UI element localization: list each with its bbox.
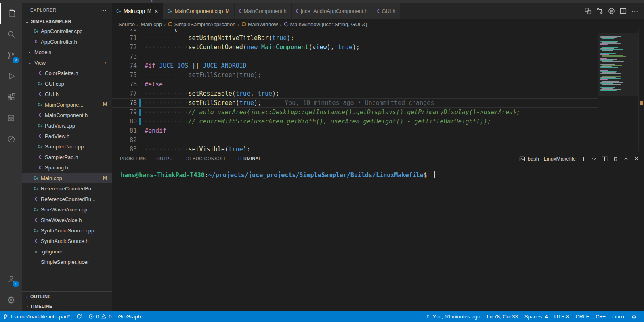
breadcrumb-item[interactable]: SimpleSamplerApplication: [168, 21, 236, 27]
explorer-item-main-cpp[interactable]: C+Main.cppM: [22, 173, 112, 183]
explorer-more-actions-icon[interactable]: ···: [100, 7, 107, 13]
explorer-item-maincomponent-h[interactable]: CMainComponent.h: [22, 110, 112, 120]
code-lines[interactable]: 70········{71············setUsingNativeT…: [112, 29, 598, 151]
encoding-indicator[interactable]: UTF-8: [551, 311, 573, 322]
code-line-83[interactable]: 83············setVisible(true);: [112, 145, 598, 151]
open-changes-icon[interactable]: [585, 8, 592, 15]
outline-section[interactable]: › OUTLINE: [22, 291, 112, 301]
search-icon[interactable]: [0, 24, 22, 45]
code-line-74[interactable]: 74#if JUCE_IOS || JUCE_ANDROID: [112, 61, 598, 71]
explorer-item-samplerpad-cpp[interactable]: C+SamplerPad.cpp: [22, 141, 112, 152]
extension-circle-icon[interactable]: [0, 129, 22, 150]
split-editor-icon[interactable]: [620, 8, 627, 15]
menu-edit[interactable]: Edit: [19, 0, 33, 3]
kill-terminal-icon[interactable]: [613, 156, 619, 162]
more-actions-icon[interactable]: ···: [631, 8, 638, 14]
breadcrumb-item[interactable]: Source: [118, 21, 135, 27]
explorer-item-referencecountedbu-[interactable]: CReferenceCountedBu...: [22, 194, 112, 204]
menu-file[interactable]: File: [3, 0, 17, 3]
menu-terminal[interactable]: Terminal: [114, 0, 138, 3]
explorer-item-maincompone-[interactable]: C+MainCompone...M: [22, 99, 112, 110]
code-line-81[interactable]: 81#endif: [112, 126, 598, 136]
language-mode[interactable]: C++: [592, 311, 609, 322]
problems-indicator[interactable]: 0 0: [85, 311, 115, 322]
explorer-icon[interactable]: [0, 3, 22, 24]
tab-juce-audioappcomponent-h[interactable]: Cjuce_AudioAppComponent.h: [292, 3, 373, 19]
breadcrumb-item[interactable]: MainWindow(juce::String, GUI &): [284, 21, 367, 27]
cursor-position[interactable]: Ln 78, Col 33: [483, 311, 521, 322]
extension-boxes-icon[interactable]: [0, 108, 22, 129]
tab-maincomponent-h[interactable]: CMainComponent.h: [235, 3, 292, 19]
menu-help[interactable]: Help: [141, 0, 157, 3]
branch-indicator[interactable]: feature/load-file-into-pad*: [0, 311, 73, 322]
new-terminal-icon[interactable]: [581, 156, 587, 162]
close-panel-icon[interactable]: [634, 156, 639, 161]
code-line-75[interactable]: 75············setFullScreen(true);: [112, 71, 598, 80]
code-line-80[interactable]: 80············// centreWithSize(userArea…: [112, 117, 598, 126]
accounts-icon[interactable]: 1: [0, 269, 22, 290]
code-line-76[interactable]: 76#else: [112, 80, 598, 89]
explorer-item--gitignore[interactable]: ◆.gitignore: [22, 246, 112, 257]
maximize-panel-icon[interactable]: [623, 156, 629, 161]
explorer-item-simplesampler-jucer[interactable]: ≡SimpleSampler.jucer: [22, 257, 112, 267]
explorer-item-view[interactable]: ⌄View●: [22, 57, 112, 68]
overview-ruler[interactable]: [638, 29, 644, 151]
panel-tab-debug-console[interactable]: DEBUG CONSOLE: [186, 151, 227, 166]
panel-tab-output[interactable]: OUTPUT: [156, 151, 176, 166]
explorer-item-sinewavevoice-cpp[interactable]: C+SineWaveVoice.cpp: [22, 204, 112, 215]
menu-go[interactable]: Go: [83, 0, 94, 3]
code-line-79[interactable]: 79············// auto userArea{juce::Des…: [112, 108, 598, 117]
indentation-indicator[interactable]: Spaces: 4: [521, 311, 551, 322]
split-terminal-icon[interactable]: [602, 156, 608, 162]
eol-indicator[interactable]: CRLF: [572, 311, 592, 322]
minimap[interactable]: [598, 29, 638, 151]
explorer-item-models[interactable]: ›Models: [22, 47, 112, 57]
settings-gear-icon[interactable]: ⚙: [0, 290, 22, 311]
code-line-70[interactable]: 70········{: [112, 29, 598, 33]
explorer-item-referencecountedbu-[interactable]: C+ReferenceCountedBu...: [22, 183, 112, 194]
git-graph-button[interactable]: Git Graph: [115, 311, 144, 322]
explorer-item-gui-cpp[interactable]: C+GUI.cpp: [22, 78, 112, 89]
explorer-item-spacing-h[interactable]: CSpacing.h: [22, 162, 112, 173]
git-compare-icon[interactable]: [596, 8, 603, 15]
panel-tab-problems[interactable]: PROBLEMS: [120, 151, 146, 166]
sync-changes-button[interactable]: [73, 311, 85, 322]
tab-main-cpp[interactable]: C+Main.cppM×: [112, 3, 163, 19]
close-icon[interactable]: ×: [155, 8, 158, 15]
blame-indicator[interactable]: You, 10 minutes ago: [422, 311, 483, 322]
os-indicator[interactable]: Linux: [609, 311, 628, 322]
explorer-item-appcontroller-cpp[interactable]: C+AppController.cpp: [22, 26, 112, 36]
notifications-bell-icon[interactable]: [628, 311, 640, 322]
explorer-item-padview-h[interactable]: CPadView.h: [22, 131, 112, 141]
extensions-icon[interactable]: [0, 87, 22, 108]
menu-view[interactable]: View: [64, 0, 80, 3]
folder-section-header[interactable]: ⌄ SIMPLESAMPLER: [22, 17, 112, 26]
panel-tab-terminal[interactable]: TERMINAL: [237, 151, 261, 166]
explorer-item-padview-cpp[interactable]: C+PadView.cpp: [22, 120, 112, 131]
timeline-section[interactable]: › TIMELINE: [22, 301, 112, 311]
run-debug-icon[interactable]: [0, 66, 22, 87]
explorer-item-colorpalette-h[interactable]: CColorPalette.h: [22, 68, 112, 78]
menu-run[interactable]: Run: [97, 0, 111, 3]
source-control-icon[interactable]: 2: [0, 45, 22, 66]
tab-gui-h[interactable]: CGUI.h: [372, 3, 400, 19]
tab-maincomponent-cpp[interactable]: C+MainComponent.cppM: [163, 3, 235, 19]
code-line-71[interactable]: 71············setUsingNativeTitleBar(tru…: [112, 33, 598, 43]
code-line-78[interactable]: 78············setFullScreen(true);You, 1…: [112, 98, 598, 108]
explorer-item-samplerpad-h[interactable]: CSamplerPad.h: [22, 152, 112, 162]
terminal-output[interactable]: hans@hans-ThinkPad-T430:~/projects/juce_…: [112, 166, 644, 311]
explorer-item-synthaudiosource-h[interactable]: CSynthAudioSource.h: [22, 236, 112, 246]
menu-selection[interactable]: Selection: [35, 0, 61, 3]
explorer-item-sinewavevoice-h[interactable]: CSineWaveVoice.h: [22, 215, 112, 225]
breadcrumb-item[interactable]: MainWindow: [241, 21, 278, 27]
terminal-selector[interactable]: bash - LinuxMakefile: [519, 156, 576, 162]
breadcrumb-item[interactable]: Main.cpp: [141, 21, 162, 27]
run-button[interactable]: [608, 8, 615, 15]
explorer-item-synthaudiosource-cpp[interactable]: C+SynthAudioSource.cpp: [22, 225, 112, 236]
code-line-73[interactable]: 73: [112, 52, 598, 61]
code-line-82[interactable]: 82: [112, 136, 598, 145]
code-line-77[interactable]: 77············setResizable(true, true);: [112, 89, 598, 98]
code-line-72[interactable]: 72············setContentOwned(new MainCo…: [112, 43, 598, 52]
explorer-item-gui-h[interactable]: CGUI.h: [22, 89, 112, 99]
explorer-item-appcontroller-h[interactable]: CAppController.h: [22, 36, 112, 47]
